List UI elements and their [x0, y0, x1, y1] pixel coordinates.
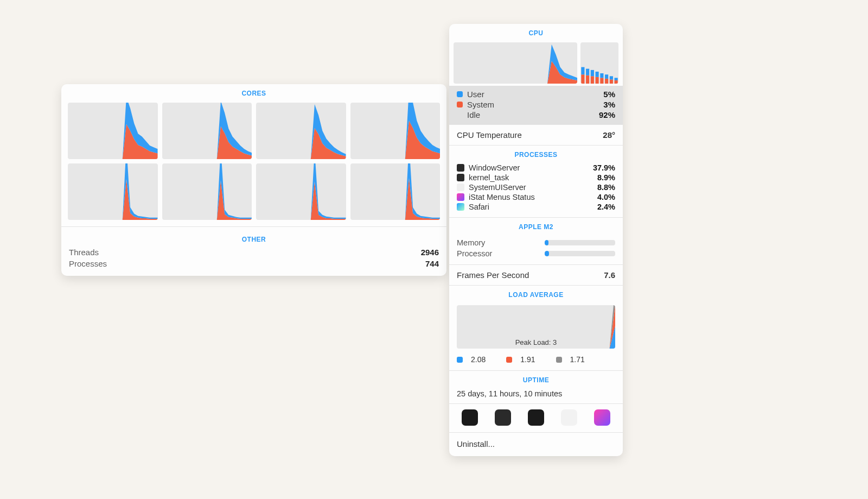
- process-pct: 8.8%: [597, 183, 615, 192]
- cores-panel: CORES OTHER Threads 2946 Processes 744: [61, 84, 446, 276]
- app-launcher-activity-monitor[interactable]: [462, 409, 478, 426]
- app-launcher-system-info[interactable]: [561, 409, 577, 426]
- load-legend: 2.08 1.91 1.71: [449, 353, 623, 370]
- app-icon: [457, 184, 464, 191]
- core-chart-1: [68, 103, 158, 159]
- cpu-history-chart: [454, 42, 577, 84]
- processor-row: Processor: [457, 248, 615, 259]
- uninstall-button[interactable]: Uninstall...: [449, 433, 623, 456]
- svg-rect-6: [596, 77, 599, 84]
- fps-row: Frames Per Second 7.6: [449, 265, 623, 285]
- load1-value: 2.08: [471, 355, 486, 364]
- process-pct: 37.9%: [593, 163, 615, 172]
- svg-rect-3: [586, 69, 589, 75]
- process-row[interactable]: kernel_task8.9%: [457, 173, 615, 182]
- load-average-chart: Peak Load: 3: [457, 305, 615, 349]
- svg-rect-14: [615, 80, 618, 84]
- svg-rect-9: [600, 73, 603, 78]
- process-pct: 8.9%: [597, 173, 615, 182]
- system-value: 3%: [603, 100, 615, 109]
- m2-block: Memory Processor: [449, 234, 623, 264]
- svg-rect-0: [581, 74, 584, 84]
- svg-rect-11: [605, 74, 608, 79]
- svg-rect-15: [615, 78, 618, 80]
- cores-title: CORES: [61, 84, 446, 100]
- process-name: SystemUIServer: [469, 183, 526, 192]
- cpu-cores-bar-chart: [580, 42, 618, 84]
- user-swatch-icon: [457, 91, 463, 97]
- threads-row: Threads 2946: [61, 247, 446, 258]
- app-launcher-istat-menus[interactable]: [594, 409, 610, 426]
- app-launcher-console[interactable]: [495, 409, 511, 426]
- m2-title: APPLE M2: [449, 218, 623, 234]
- svg-rect-10: [605, 79, 608, 84]
- idle-row: Idle 92%: [457, 110, 615, 120]
- uptime-title: UPTIME: [449, 371, 623, 387]
- processes-title: PROCESSES: [449, 146, 623, 162]
- load15-swatch-icon: [556, 357, 562, 363]
- processes-row: Processes 744: [61, 258, 446, 269]
- idle-label: Idle: [467, 110, 480, 119]
- memory-gauge: [545, 240, 615, 245]
- process-pct: 4.0%: [597, 193, 615, 201]
- cpu-panel: CPU User 5% System 3% Idle 92% CPU Tempe…: [449, 24, 623, 456]
- threads-label: Threads: [69, 248, 99, 257]
- threads-value: 2946: [421, 248, 439, 257]
- process-list: WindowServer37.9%kernel_task8.9%SystemUI…: [449, 162, 623, 217]
- load1-swatch-icon: [457, 357, 463, 363]
- process-name: iStat Menus Status: [469, 193, 535, 201]
- core-chart-7: [256, 163, 346, 220]
- core-chart-6: [162, 163, 252, 220]
- cpu-title: CPU: [449, 24, 623, 40]
- system-swatch-icon: [457, 102, 463, 108]
- memory-label: Memory: [457, 238, 485, 247]
- cpu-temp-row: CPU Temperature 28°: [449, 125, 623, 145]
- core-chart-3: [256, 103, 346, 159]
- user-label: User: [467, 90, 484, 99]
- app-launcher-terminal[interactable]: [528, 409, 544, 426]
- cores-grid: [61, 100, 446, 226]
- processes-value: 744: [425, 259, 439, 268]
- fps-label: Frames Per Second: [457, 270, 529, 280]
- process-row[interactable]: Safari2.4%: [457, 202, 615, 212]
- process-row[interactable]: SystemUIServer8.8%: [457, 182, 615, 192]
- svg-rect-7: [596, 72, 599, 77]
- processes-label: Processes: [69, 259, 107, 268]
- process-pct: 2.4%: [597, 203, 615, 211]
- system-label: System: [467, 100, 494, 109]
- svg-rect-12: [610, 79, 613, 84]
- app-icon: [457, 203, 464, 211]
- core-chart-2: [162, 103, 252, 159]
- cpu-usage-block: User 5% System 3% Idle 92%: [449, 86, 623, 124]
- process-name: Safari: [469, 203, 489, 211]
- other-section: OTHER Threads 2946 Processes 744: [61, 227, 446, 276]
- user-row: User 5%: [457, 89, 615, 99]
- svg-rect-4: [591, 76, 594, 84]
- app-icon: [457, 174, 464, 181]
- app-icon: [457, 164, 464, 172]
- process-row[interactable]: WindowServer37.9%: [457, 163, 615, 173]
- uptime-value: 25 days, 11 hours, 10 minutes: [449, 387, 623, 403]
- svg-rect-5: [591, 70, 594, 76]
- idle-value: 92%: [599, 110, 615, 119]
- load5-value: 1.91: [520, 355, 535, 364]
- fps-value: 7.6: [604, 270, 615, 280]
- core-chart-8: [350, 163, 441, 220]
- cpu-temp-label: CPU Temperature: [457, 130, 522, 140]
- idle-swatch-icon: [457, 112, 463, 118]
- process-name: WindowServer: [469, 163, 520, 172]
- load-title: LOAD AVERAGE: [449, 286, 623, 302]
- load-peak-label: Peak Load: 3: [457, 338, 615, 346]
- process-name: kernel_task: [469, 173, 509, 182]
- other-title: OTHER: [61, 230, 446, 247]
- svg-rect-1: [581, 67, 584, 75]
- app-icon: [457, 193, 464, 201]
- process-row[interactable]: iStat Menus Status4.0%: [457, 192, 615, 202]
- load15-value: 1.71: [570, 355, 585, 364]
- processor-gauge: [545, 251, 615, 256]
- system-row: System 3%: [457, 99, 615, 110]
- core-chart-5: [68, 163, 158, 220]
- processor-label: Processor: [457, 249, 492, 258]
- svg-rect-2: [586, 75, 589, 84]
- user-value: 5%: [603, 90, 615, 99]
